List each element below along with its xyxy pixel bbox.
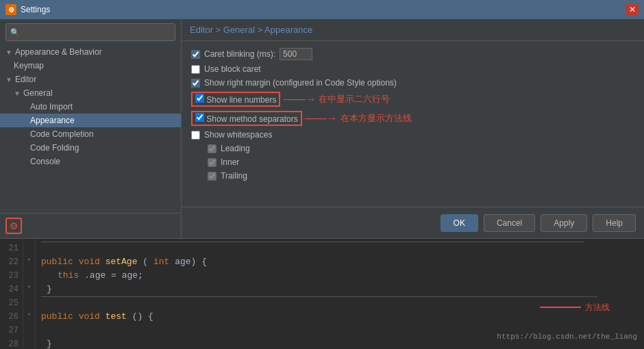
settings-content: Caret blinking (ms): 500 Use block caret xyxy=(182,41,644,207)
show-whitespaces-text: Show whitespaces xyxy=(204,130,272,140)
line-num: 25 xyxy=(0,296,18,310)
code-line-22: public void setAge ( int age) { xyxy=(41,255,639,269)
trailing-label[interactable]: Trailing xyxy=(208,171,247,181)
breadcrumb-text: Editor > General > Appearance xyxy=(190,25,312,35)
show-whitespaces-label[interactable]: Show whitespaces xyxy=(191,130,272,140)
cancel-button[interactable]: Cancel xyxy=(484,214,535,232)
arrow-right-icon: ——→ xyxy=(283,93,316,105)
title-text: Settings xyxy=(21,5,50,14)
search-icon: 🔍 xyxy=(10,28,20,37)
inner-row: Inner xyxy=(208,157,634,167)
fold-icon2[interactable]: ▾ xyxy=(23,280,35,294)
button-bar: OK Cancel Apply Help xyxy=(182,207,644,238)
show-right-margin-checkbox[interactable] xyxy=(191,79,200,88)
fold-minus-icon: ▾ xyxy=(27,256,31,263)
use-block-caret-text: Use block caret xyxy=(204,64,261,74)
sidebar-label: Code Folding xyxy=(30,143,79,153)
sidebar: 🔍 ▼ Appearance & Behavior Keymap ▼ Edito… xyxy=(0,19,182,238)
tree-area: ▼ Appearance & Behavior Keymap ▼ Editor … xyxy=(0,45,181,213)
main-container: 🔍 ▼ Appearance & Behavior Keymap ▼ Edito… xyxy=(0,19,644,349)
indent: this .age = age; xyxy=(58,270,143,281)
closing-brace2: } xyxy=(47,339,52,349)
sidebar-item-appearance-behavior[interactable]: ▼ Appearance & Behavior xyxy=(0,45,181,59)
keyword: void xyxy=(79,311,100,322)
csdn-url: https://blog.csdn.net/the_liang xyxy=(497,330,637,344)
arrow-icon: ▼ xyxy=(5,49,12,56)
line-num: 24 xyxy=(0,283,18,296)
search-box[interactable]: 🔍 xyxy=(5,23,175,41)
arrow-icon: ▼ xyxy=(14,90,21,97)
use-block-caret-label[interactable]: Use block caret xyxy=(191,64,261,74)
sidebar-label: Console xyxy=(30,157,60,166)
show-whitespaces-row: Show whitespaces xyxy=(191,130,634,140)
inner-checkbox xyxy=(208,158,216,167)
show-method-separators-checkbox[interactable] xyxy=(195,113,204,122)
keyword: void xyxy=(79,257,100,267)
caret-blinking-checkbox[interactable] xyxy=(191,50,200,59)
caret-blinking-value[interactable]: 500 xyxy=(280,48,312,60)
show-method-separators-label[interactable]: Show method separators xyxy=(195,114,298,124)
settings-icon-button[interactable]: ⚙ xyxy=(5,218,22,234)
fold-minus-icon2: ▾ xyxy=(27,283,31,291)
show-line-numbers-row: Show line numbers ——→ 在中显示二六行号 xyxy=(191,92,634,107)
line-num: 27 xyxy=(0,324,18,337)
arrow-line-left xyxy=(540,307,581,308)
line-num: 21 xyxy=(0,242,18,255)
app-icon: ⚙ xyxy=(5,4,16,15)
ok-button[interactable]: OK xyxy=(441,214,478,232)
leading-label[interactable]: Leading xyxy=(208,144,250,153)
show-right-margin-label[interactable]: Show right margin (configured in Code St… xyxy=(191,78,397,88)
sidebar-item-general[interactable]: ▼ General xyxy=(0,86,181,100)
trailing-text: Trailing xyxy=(221,171,247,181)
sidebar-label: Keymap xyxy=(14,61,44,70)
use-block-caret-row: Use block caret xyxy=(191,64,634,74)
code-line-24: } xyxy=(41,283,639,296)
code-line-21 xyxy=(41,242,639,255)
caret-blinking-text: Caret blinking (ms): xyxy=(204,49,275,59)
show-line-numbers-checkbox[interactable] xyxy=(195,94,204,103)
show-method-separators-text: Show method separators xyxy=(206,114,297,124)
leading-text: Leading xyxy=(221,144,250,153)
use-block-caret-checkbox[interactable] xyxy=(191,65,200,74)
line-numbers-box: Show line numbers xyxy=(191,92,280,107)
fold-icon[interactable]: ▾ xyxy=(23,253,35,266)
paren2: () { xyxy=(132,311,153,322)
code-content[interactable]: public void setAge ( int age) { this .ag… xyxy=(36,239,644,349)
sidebar-item-code-folding[interactable]: Code Folding xyxy=(0,141,181,155)
apply-button[interactable]: Apply xyxy=(541,214,587,232)
sidebar-item-appearance[interactable]: Appearance xyxy=(0,114,181,127)
close-button[interactable]: ✕ xyxy=(626,3,639,16)
show-right-margin-row: Show right margin (configured in Code St… xyxy=(191,78,634,88)
trailing-row: Trailing xyxy=(208,171,634,181)
arrow-icon: ▼ xyxy=(5,76,12,83)
dot-age: .age = age; xyxy=(84,270,143,281)
help-button[interactable]: Help xyxy=(593,214,636,232)
caret-blinking-row: Caret blinking (ms): 500 xyxy=(191,48,634,60)
inner-label[interactable]: Inner xyxy=(208,157,239,167)
fold-icon3[interactable]: ▾ xyxy=(23,307,35,321)
method-separator-mid xyxy=(41,296,597,297)
inner-text: Inner xyxy=(221,157,239,167)
sidebar-item-keymap[interactable]: Keymap xyxy=(0,59,181,73)
title-bar: ⚙ Settings ✕ xyxy=(0,0,644,19)
line-num: 22 xyxy=(0,255,18,269)
method-separators-annotation: 在本方显示方法线 xyxy=(340,112,412,125)
show-right-margin-text: Show right margin (configured in Code St… xyxy=(204,78,397,88)
show-line-numbers-label[interactable]: Show line numbers xyxy=(195,95,276,105)
sidebar-item-auto-import[interactable]: Auto Import xyxy=(0,100,181,114)
sidebar-label: Auto Import xyxy=(30,102,73,112)
paren: ( xyxy=(143,257,148,267)
sidebar-item-console[interactable]: Console xyxy=(0,155,181,168)
line-numbers-annotation: 在中显示二六行号 xyxy=(319,93,390,105)
keyword: public xyxy=(41,311,73,322)
gutter: ▾ ▾ ▾ xyxy=(23,239,36,349)
search-input[interactable] xyxy=(23,27,171,37)
fold-spacer xyxy=(23,294,35,307)
show-whitespaces-checkbox[interactable] xyxy=(191,131,200,140)
sidebar-item-editor[interactable]: ▼ Editor xyxy=(0,73,181,86)
dialog-area: 🔍 ▼ Appearance & Behavior Keymap ▼ Edito… xyxy=(0,19,644,238)
caret-blinking-label[interactable]: Caret blinking (ms): xyxy=(191,49,275,59)
sidebar-label: Appearance & Behavior xyxy=(15,47,102,57)
sidebar-item-code-completion[interactable]: Code Completion xyxy=(0,127,181,141)
sidebar-label: General xyxy=(23,88,53,98)
